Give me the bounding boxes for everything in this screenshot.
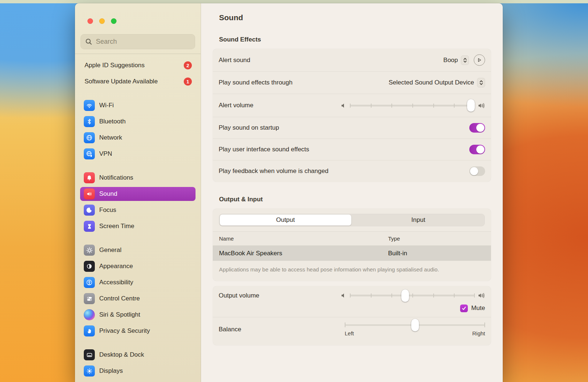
- play-alert-sound-button[interactable]: [474, 54, 485, 66]
- sound-effects-card: Alert sound Boop Play sound effects thro…: [213, 49, 491, 182]
- notification-badge: 1: [184, 78, 192, 86]
- window-controls: [75, 3, 201, 30]
- bluetooth-icon: [84, 116, 95, 127]
- wifi-icon: [84, 100, 95, 111]
- ui-sound-effects-toggle[interactable]: [469, 145, 485, 154]
- play-through-dropdown[interactable]: [477, 78, 485, 87]
- balance-row: Balance Left Right: [213, 317, 491, 345]
- sidebar-item-screen-time[interactable]: Screen Time: [80, 219, 196, 233]
- mute-row: Mute: [213, 299, 491, 317]
- sun-icon: [84, 365, 95, 376]
- sidebar-item-bluetooth[interactable]: Bluetooth: [80, 115, 196, 129]
- sidebar-item-general[interactable]: General: [80, 243, 196, 257]
- notification-badge: 2: [184, 61, 192, 69]
- sidebar: Apple ID Suggestions 2 Software Update A…: [75, 3, 201, 382]
- alert-volume-row: Alert volume: [213, 94, 491, 117]
- spatial-audio-footnote: Applications may be able to access head …: [213, 261, 452, 281]
- ui-sound-effects-row: Play user interface sound effects: [213, 138, 491, 160]
- table-row[interactable]: MacBook Air Speakers Built-in: [213, 246, 491, 261]
- hourglass-icon: [84, 221, 95, 232]
- search-icon: [85, 38, 92, 45]
- volume-feedback-toggle[interactable]: [469, 166, 485, 176]
- sidebar-item-sound[interactable]: Sound: [80, 187, 196, 201]
- gear-icon: [84, 245, 95, 256]
- output-input-segmented-control: Output Input: [219, 214, 485, 226]
- accessibility-icon: [84, 277, 95, 288]
- sidebar-item-wifi[interactable]: Wi-Fi: [80, 98, 196, 112]
- alert-sound-dropdown[interactable]: [461, 55, 469, 65]
- appearance-icon: [84, 261, 95, 272]
- speaker-icon: [84, 188, 95, 199]
- sidebar-item-privacy-security[interactable]: Privacy & Security: [80, 324, 196, 338]
- play-icon: [477, 58, 482, 62]
- output-input-card: Output Input Name Type MacBook Air Speak…: [213, 209, 491, 281]
- menubar-strip: [0, 0, 588, 3]
- sound-settings-pane: Sound Sound Effects Alert sound Boop Pla: [201, 3, 503, 382]
- slider-knob[interactable]: [401, 289, 409, 302]
- output-devices-table: Name Type MacBook Air Speakers Built-in: [213, 231, 491, 261]
- sidebar-item-siri-spotlight[interactable]: Siri & Spotlight: [80, 308, 196, 322]
- toggle-knob: [476, 145, 484, 154]
- output-volume-slider: [341, 293, 485, 298]
- alert-sound-row: Alert sound Boop: [213, 49, 491, 71]
- balance-right-label: Right: [472, 330, 485, 336]
- speaker-loud-icon: [478, 103, 485, 108]
- checkmark-icon: [462, 306, 466, 311]
- sidebar-item-focus[interactable]: Focus: [80, 203, 196, 217]
- balance-slider-knob[interactable]: [411, 319, 419, 331]
- balance-left-label: Left: [345, 330, 354, 336]
- toggle-knob: [470, 167, 478, 175]
- vpn-globe-icon: [84, 148, 95, 159]
- column-header-name: Name: [213, 235, 388, 242]
- toggle-knob: [476, 124, 484, 132]
- sidebar-item-desktop-dock[interactable]: Desktop & Dock: [80, 348, 196, 362]
- volume-feedback-row: Play feedback when volume is changed: [213, 160, 491, 182]
- siri-icon: [84, 309, 95, 320]
- globe-icon: [84, 132, 95, 143]
- mute-label: Mute: [471, 304, 485, 312]
- bell-icon: [84, 172, 95, 183]
- page-title: Sound: [219, 13, 491, 22]
- sidebar-item-displays[interactable]: Displays: [80, 364, 196, 378]
- sidebar-item-appearance[interactable]: Appearance: [80, 259, 196, 273]
- zoom-button[interactable]: [111, 18, 116, 24]
- sidebar-item-control-centre[interactable]: Control Centre: [80, 292, 196, 306]
- mute-checkbox[interactable]: [460, 304, 468, 312]
- startup-sound-toggle[interactable]: [469, 123, 485, 133]
- speaker-quiet-icon: [341, 103, 347, 108]
- slider-track[interactable]: [350, 105, 475, 107]
- moon-icon: [84, 205, 95, 216]
- sidebar-item-accessibility[interactable]: Accessibility: [80, 275, 196, 289]
- device-type: Built-in: [388, 250, 491, 257]
- slider-track[interactable]: [350, 295, 475, 296]
- balance-slider-track[interactable]: [345, 324, 485, 326]
- speaker-quiet-icon: [341, 293, 347, 298]
- device-name: MacBook Air Speakers: [213, 250, 388, 257]
- toggles-icon: [84, 293, 95, 304]
- output-volume-card: Output volume Mute Balanc: [213, 286, 491, 345]
- search-input[interactable]: [80, 34, 195, 49]
- sidebar-item-vpn[interactable]: VPN: [80, 147, 196, 161]
- play-through-row: Play sound effects through Selected Soun…: [213, 71, 491, 94]
- chevron-up-down-icon: [479, 80, 483, 86]
- table-header: Name Type: [213, 231, 491, 246]
- alert-volume-slider: [341, 103, 485, 108]
- startup-sound-row: Play sound on startup: [213, 117, 491, 138]
- close-button[interactable]: [87, 18, 93, 24]
- tab-input[interactable]: Input: [353, 215, 484, 226]
- sidebar-item-network[interactable]: Network: [80, 131, 196, 145]
- dock-window-icon: [84, 349, 95, 360]
- speaker-loud-icon: [478, 293, 485, 298]
- slider-knob[interactable]: [467, 99, 475, 112]
- tab-output[interactable]: Output: [220, 215, 351, 226]
- output-input-heading: Output & Input: [219, 196, 491, 203]
- sidebar-item-apple-id-suggestions[interactable]: Apple ID Suggestions 2: [80, 58, 196, 72]
- alert-sound-value: Boop: [443, 57, 458, 64]
- hand-icon: [84, 325, 95, 336]
- output-volume-row: Output volume: [213, 286, 491, 299]
- minimize-button[interactable]: [99, 18, 105, 24]
- sidebar-nav: Apple ID Suggestions 2 Software Update A…: [75, 54, 201, 380]
- sidebar-item-notifications[interactable]: Notifications: [80, 171, 196, 185]
- sidebar-item-software-update[interactable]: Software Update Available 1: [80, 75, 196, 89]
- chevron-up-down-icon: [463, 57, 467, 63]
